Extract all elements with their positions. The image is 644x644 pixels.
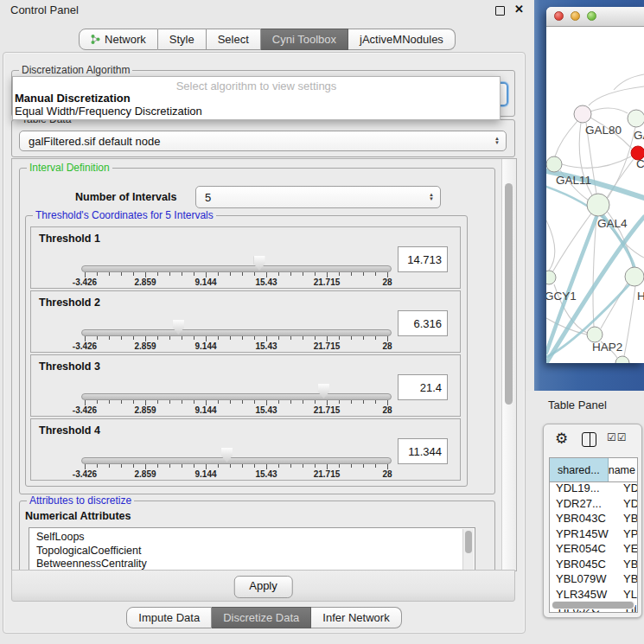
tab-style[interactable]: Style: [158, 29, 207, 50]
slider-tick: [121, 400, 122, 404]
slider-tick: [230, 464, 231, 468]
network-node[interactable]: [628, 110, 644, 127]
table-row[interactable]: YBR045CYBR0: [550, 558, 637, 573]
close-traffic-light[interactable]: [554, 11, 564, 21]
numerical-attributes-list[interactable]: SelfLoopsTopologicalCoefficientBetweenne…: [29, 527, 475, 571]
slider-tick: [109, 336, 110, 340]
table-row[interactable]: YBR043CYBR0: [550, 512, 637, 527]
slider-tick: [157, 400, 158, 404]
settings-scrollpane: Interval Definition Number of Intervals …: [11, 158, 517, 571]
network-edge[interactable]: [624, 286, 635, 356]
close-icon[interactable]: ✕: [514, 3, 524, 16]
slider-tick: [109, 464, 110, 468]
attributes-scrollbar-thumb[interactable]: [465, 531, 472, 553]
tab-infer-network[interactable]: Infer Network: [311, 607, 401, 628]
column-header-shared-name[interactable]: shared...: [550, 458, 609, 481]
minimize-traffic-light[interactable]: [571, 11, 580, 21]
settings-scrollbar-thumb[interactable]: [505, 183, 513, 405]
threshold-slider-track[interactable]: [81, 393, 392, 400]
threshold-value-field[interactable]: 21.4: [398, 374, 448, 400]
slider-tick: [339, 272, 340, 276]
tab-jactivemnodules[interactable]: jActiveMNodules: [348, 29, 456, 50]
threshold-value-field[interactable]: 6.316: [398, 310, 448, 336]
attribute-item-selfloops[interactable]: SelfLoops: [29, 531, 475, 545]
network-window[interactable]: GAL80GAGAL11CGAL4GCY1HHAP2: [546, 7, 644, 363]
slider-tick: [230, 400, 231, 404]
slider-tick: [218, 336, 219, 340]
gear-icon[interactable]: ⚙: [555, 430, 568, 448]
table-row[interactable]: YDL19...YDL1: [550, 481, 637, 497]
slider-tick: [97, 400, 98, 404]
column-header-name[interactable]: name: [609, 458, 637, 481]
network-node[interactable]: [546, 156, 562, 172]
slider-tick: [194, 464, 194, 468]
network-edge[interactable]: [593, 216, 596, 327]
tab-cyni-toolbox[interactable]: Cyni Toolbox: [261, 29, 348, 50]
network-edge[interactable]: [555, 121, 577, 156]
network-node[interactable]: [546, 271, 556, 284]
cell-name: YBR0: [617, 558, 637, 573]
top-tab-bar: NetworkStyleSelectCyni ToolboxjActiveMNo…: [0, 29, 534, 50]
network-edge[interactable]: [589, 86, 644, 105]
threshold-value-field[interactable]: 14.713: [398, 246, 448, 272]
slider-tick-label: -3.426: [73, 277, 97, 287]
table-row[interactable]: YPR145WYPR1: [550, 527, 637, 543]
numerical-attributes-label: Numerical Attributes: [25, 510, 131, 522]
slider-tick: [169, 400, 170, 404]
network-canvas[interactable]: GAL80GAGAL11CGAL4GCY1HHAP2: [546, 26, 644, 363]
tab-label: Impute Data: [138, 608, 200, 628]
tab-impute-data[interactable]: Impute Data: [126, 607, 212, 628]
table-horizontal-scrollbar[interactable]: [552, 601, 635, 609]
table-row[interactable]: YER054CYER0: [550, 542, 637, 558]
threshold-label: Threshold 4: [39, 424, 100, 437]
tab-select[interactable]: Select: [207, 29, 261, 50]
network-graph[interactable]: GAL80GAGAL11CGAL4GCY1HHAP2: [546, 26, 644, 363]
slider-tick: [339, 464, 340, 468]
settings-scrollbar[interactable]: [501, 159, 516, 571]
threshold-value-field[interactable]: 11.344: [398, 438, 448, 464]
threshold-slider-track[interactable]: [81, 457, 392, 464]
slider-tick-label: 21.715: [314, 341, 341, 351]
network-edge[interactable]: [546, 220, 555, 271]
threshold-slider-track[interactable]: [81, 265, 392, 272]
cell-shared-name: YER054C: [550, 542, 617, 558]
network-edge[interactable]: [562, 156, 631, 168]
table-hscrollbar-thumb[interactable]: [552, 602, 634, 609]
cell-name: YPR1: [617, 527, 637, 543]
slider-tick: [254, 464, 255, 468]
control-panel-titlebar: Control Panel ✕: [0, 0, 534, 21]
attributes-scrollbar[interactable]: [462, 529, 474, 571]
network-node[interactable]: [625, 267, 644, 286]
network-node[interactable]: [587, 194, 609, 216]
table-data-combobox[interactable]: galFiltered.sif default node ▲▼: [19, 131, 507, 151]
network-node[interactable]: [574, 105, 591, 123]
table-row[interactable]: YDR27...YDR2: [550, 497, 637, 513]
slider-tick-label: 28: [382, 277, 392, 287]
cell-name: YBL0: [617, 572, 637, 588]
split-columns-icon[interactable]: [582, 432, 596, 447]
attribute-item-topologicalcoefficient[interactable]: TopologicalCoefficient: [29, 545, 475, 558]
select-columns-icon[interactable]: ☑☑: [607, 431, 628, 443]
tab-network[interactable]: Network: [79, 29, 158, 50]
apply-button[interactable]: Apply: [233, 576, 293, 598]
algorithm-option-manual-discretization[interactable]: Manual Discretization: [15, 92, 131, 105]
table-row[interactable]: YBL079WYBL0: [550, 572, 637, 588]
network-edge[interactable]: [590, 108, 628, 113]
slider-tick-label: 21.715: [314, 469, 341, 479]
tab-discretize-data[interactable]: Discretize Data: [212, 607, 311, 628]
network-node[interactable]: [615, 356, 629, 363]
zoom-traffic-light[interactable]: [587, 11, 596, 21]
network-window-titlebar[interactable]: [546, 7, 644, 27]
number-of-intervals-combobox[interactable]: 5 ▲▼: [195, 186, 441, 208]
network-edge[interactable]: [614, 74, 644, 90]
slider-tick: [315, 400, 316, 404]
algorithm-popup-hint: Select algorithm to view settings: [13, 80, 500, 92]
combobox-arrows-icon: ▲▼: [429, 193, 434, 201]
threshold-label: Threshold 3: [39, 360, 100, 373]
cell-name: YBR0: [617, 512, 637, 527]
threshold-slider-track[interactable]: [81, 329, 392, 336]
float-window-icon[interactable]: [495, 6, 505, 16]
table-data-value: galFiltered.sif default node: [29, 135, 160, 148]
slider-tick-label: 21.715: [314, 405, 341, 415]
algorithm-option-equal-width-frequency-discretization[interactable]: Equal Width/Frequency Discretization: [15, 105, 202, 118]
